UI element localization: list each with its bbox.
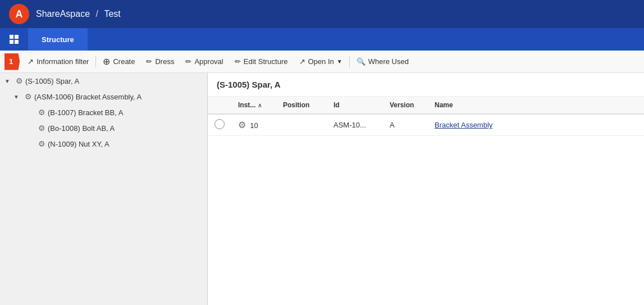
detail-panel: (S-1005) Spar, A Inst... ∧ Position Id — [208, 73, 644, 305]
gear-icon: ⚙ — [38, 124, 45, 133]
info-filter-button[interactable]: ↗ Information filter — [22, 55, 94, 68]
cell-name[interactable]: Bracket Assembly — [428, 114, 644, 136]
svg-rect-3 — [15, 40, 19, 44]
tree-toggle-bracket-bb — [27, 110, 36, 116]
detail-table: Inst... ∧ Position Id Version Name — [208, 97, 644, 136]
grid-menu-button[interactable] — [0, 28, 28, 51]
tree-label-bolt-ab: (Bo-1008) Bolt AB, A — [48, 124, 115, 133]
gear-icon: ⚙ — [38, 139, 45, 148]
approval-icon: ✏ — [185, 57, 191, 66]
nav-tab-structure[interactable]: Structure — [28, 28, 88, 51]
col-header-version[interactable]: Version — [383, 97, 428, 114]
col-header-name[interactable]: Name — [428, 97, 644, 114]
tree-item-bracket-bb[interactable]: ⚙ (B-1007) Bracket BB, A — [0, 104, 207, 120]
cell-position — [276, 114, 327, 136]
svg-rect-1 — [15, 35, 19, 39]
tree-toggle-bracket-asm[interactable]: ▼ — [13, 94, 22, 100]
toolbar-separator-1 — [95, 56, 96, 67]
svg-rect-0 — [10, 35, 13, 39]
create-button[interactable]: ⊕ Create — [97, 54, 140, 69]
tree-label-bracket-asm: (ASM-1006) Bracket Assembly, A — [34, 93, 141, 101]
col-header-position[interactable]: Position — [276, 97, 327, 114]
col-header-check — [208, 97, 231, 114]
app-logo: A — [9, 4, 29, 24]
tree-panel: ▼ ⚙ (S-1005) Spar, A ▼ ⚙ (ASM-1006) Brac… — [0, 73, 208, 305]
bracket-assembly-link[interactable]: Bracket Assembly — [435, 121, 492, 129]
checkbox-circle[interactable] — [214, 119, 225, 129]
toolbar: 1 ↗ Information filter ⊕ Create ✏ Dress … — [0, 51, 644, 73]
toolbar-separator-2 — [349, 56, 350, 67]
sort-arrow-inst: ∧ — [258, 102, 262, 108]
nav-bar: Structure — [0, 28, 644, 51]
tree-label-spar: (S-1005) Spar, A — [25, 77, 79, 85]
row-checkbox[interactable] — [208, 114, 231, 136]
info-filter-icon: ↗ — [28, 57, 34, 66]
tree-item-nut-xy[interactable]: ⚙ (N-1009) Nut XY, A — [0, 136, 207, 152]
where-used-search-icon: 🔍 — [357, 57, 366, 66]
app-title: ShareAspace / Test — [36, 9, 121, 19]
tree-toggle-bolt-ab — [27, 125, 36, 131]
gear-icon: ⚙ — [25, 92, 32, 101]
tree-item-bolt-ab[interactable]: ⚙ (Bo-1008) Bolt AB, A — [0, 120, 207, 136]
open-in-dropdown-icon: ▼ — [337, 58, 342, 65]
dress-button[interactable]: ✏ Dress — [140, 55, 180, 68]
gear-icon: ⚙ — [16, 76, 23, 85]
tree-label-nut-xy: (N-1009) Nut XY, A — [48, 140, 109, 148]
cell-id: ASM-10... — [327, 114, 383, 136]
tree-toggle-nut-xy — [27, 141, 36, 147]
approval-button[interactable]: ✏ Approval — [180, 55, 229, 68]
tree-label-bracket-bb: (B-1007) Bracket BB, A — [48, 108, 123, 117]
gear-icon: ⚙ — [238, 120, 246, 130]
svg-rect-2 — [10, 40, 13, 44]
tree-item-spar[interactable]: ▼ ⚙ (S-1005) Spar, A — [0, 73, 207, 89]
table-header-row: Inst... ∧ Position Id Version Name — [208, 97, 644, 114]
open-in-button[interactable]: ↗ Open In ▼ — [294, 55, 348, 68]
dress-icon: ✏ — [146, 57, 152, 66]
col-header-id[interactable]: Id — [327, 97, 383, 114]
open-in-icon: ↗ — [299, 57, 305, 66]
create-icon: ⊕ — [103, 56, 110, 67]
cell-inst: ⚙ 10 — [231, 114, 276, 136]
top-header: A ShareAspace / Test — [0, 0, 644, 28]
edit-structure-icon: ✏ — [235, 57, 241, 66]
tree-item-bracket-asm[interactable]: ▼ ⚙ (ASM-1006) Bracket Assembly, A — [0, 89, 207, 104]
step-badge: 1 — [4, 53, 20, 70]
edit-structure-button[interactable]: ✏ Edit Structure — [229, 55, 294, 68]
cell-version: A — [383, 114, 428, 136]
tree-toggle-spar[interactable]: ▼ — [4, 78, 13, 84]
gear-icon: ⚙ — [38, 108, 45, 117]
where-used-button[interactable]: 🔍 Where Used — [351, 55, 414, 68]
main-content: ▼ ⚙ (S-1005) Spar, A ▼ ⚙ (ASM-1006) Brac… — [0, 73, 644, 305]
table-row: ⚙ 10 ASM-10... A Bracket Assembly — [208, 114, 644, 136]
col-header-inst[interactable]: Inst... ∧ — [231, 97, 276, 114]
detail-title: (S-1005) Spar, A — [208, 73, 644, 97]
